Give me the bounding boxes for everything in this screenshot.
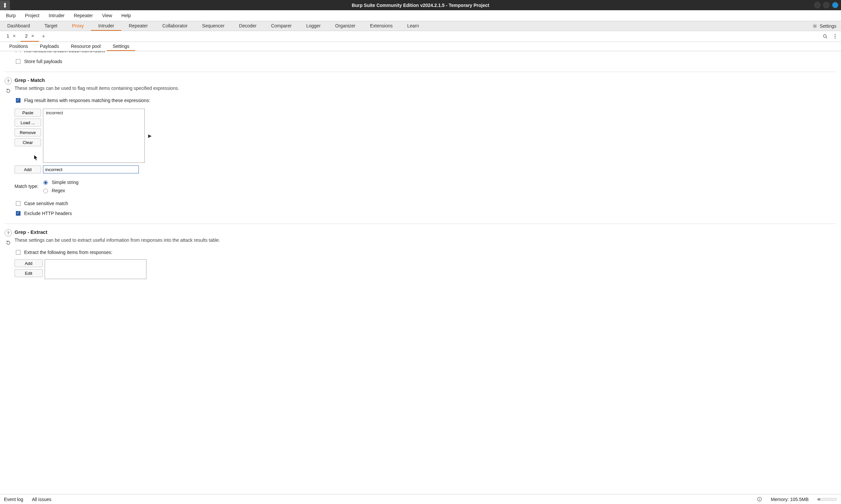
- dos-mode-checkbox[interactable]: [16, 51, 20, 53]
- clear-button[interactable]: Clear: [15, 138, 41, 146]
- maximize-button[interactable]: [823, 2, 829, 8]
- grep-extract-section: ? Grep - Extract These settings can be u…: [5, 229, 836, 279]
- menu-repeater[interactable]: Repeater: [70, 12, 97, 19]
- section-divider: [5, 72, 836, 72]
- grep-extract-title: Grep - Extract: [15, 229, 836, 235]
- grep-extract-desc: These settings can be used to extract us…: [15, 237, 836, 243]
- tab-learn[interactable]: Learn: [400, 21, 427, 31]
- list-item[interactable]: incorrect: [46, 110, 142, 115]
- dos-mode-label: Use denial-of-service mode (no results): [24, 51, 105, 53]
- close-icon[interactable]: ✕: [31, 34, 34, 38]
- store-full-payloads-row: Store full payloads: [15, 57, 836, 66]
- menu-burp[interactable]: Burp: [2, 12, 20, 19]
- main-tabs: Dashboard Target Proxy Intruder Repeater…: [0, 21, 841, 31]
- attack-tab-1-label: 1: [6, 33, 9, 39]
- match-type-regex-label: Regex: [52, 188, 65, 193]
- menubar: Burp Project Intruder Repeater View Help: [0, 10, 841, 21]
- exclude-headers-label: Exclude HTTP headers: [24, 211, 72, 216]
- match-type-regex-radio[interactable]: [43, 188, 48, 193]
- attack-tabs: 1 ✕ 2 ✕ +: [0, 31, 841, 42]
- reset-icon[interactable]: [5, 239, 12, 246]
- add-button[interactable]: Add: [15, 165, 41, 174]
- svg-point-8: [759, 498, 760, 498]
- match-type-simple-radio[interactable]: [43, 180, 48, 185]
- window-title: Burp Suite Community Edition v2024.2.1.5…: [0, 3, 841, 8]
- tab-intruder[interactable]: Intruder: [91, 21, 121, 31]
- match-type-label: Match type:: [15, 184, 38, 189]
- load-button[interactable]: Load ...: [15, 119, 41, 126]
- extract-items-checkbox[interactable]: [16, 250, 20, 255]
- section-divider: [5, 223, 836, 224]
- exclude-headers-checkbox[interactable]: [16, 211, 20, 216]
- svg-point-5: [835, 38, 836, 39]
- memory-label: Memory: 105.5MB: [771, 497, 809, 502]
- attack-tab-2[interactable]: 2 ✕: [20, 31, 39, 42]
- settings-button[interactable]: Settings: [808, 21, 841, 31]
- store-full-payloads-checkbox[interactable]: [16, 59, 20, 64]
- grep-match-desc: These settings can be used to flag resul…: [15, 86, 836, 91]
- case-sensitive-checkbox[interactable]: [16, 201, 20, 206]
- config-tab-payloads[interactable]: Payloads: [34, 42, 65, 51]
- expand-list-icon[interactable]: ▶: [148, 133, 152, 138]
- event-log-link[interactable]: Event log: [4, 497, 23, 502]
- extract-items-list[interactable]: [45, 259, 147, 279]
- tab-proxy[interactable]: Proxy: [65, 21, 91, 31]
- svg-point-3: [835, 34, 836, 35]
- svg-point-0: [814, 25, 816, 26]
- config-tab-positions[interactable]: Positions: [3, 42, 34, 51]
- tab-decoder[interactable]: Decoder: [232, 21, 264, 31]
- info-icon[interactable]: [757, 497, 762, 502]
- reset-icon[interactable]: [5, 87, 12, 94]
- menu-project[interactable]: Project: [21, 12, 44, 19]
- memory-usage-bar: [817, 498, 837, 501]
- settings-content: Use denial-of-service mode (no results) …: [0, 51, 841, 494]
- tab-dashboard[interactable]: Dashboard: [0, 21, 37, 31]
- case-sensitive-label: Case sensitive match: [24, 201, 68, 206]
- match-expressions-list[interactable]: incorrect: [43, 109, 145, 163]
- store-full-payloads-label: Store full payloads: [24, 59, 62, 64]
- config-tabs: Positions Payloads Resource pool Setting…: [0, 42, 841, 51]
- search-icon[interactable]: [823, 34, 828, 39]
- svg-line-2: [826, 37, 827, 38]
- tab-extensions[interactable]: Extensions: [363, 21, 400, 31]
- attack-tab-2-label: 2: [25, 33, 28, 39]
- settings-label: Settings: [820, 23, 836, 29]
- app-icon: [0, 0, 10, 10]
- svg-point-4: [835, 36, 836, 37]
- tab-collaborator[interactable]: Collaborator: [155, 21, 195, 31]
- menu-help[interactable]: Help: [117, 12, 135, 19]
- svg-point-1: [823, 34, 826, 37]
- help-icon[interactable]: ?: [5, 229, 12, 236]
- menu-intruder[interactable]: Intruder: [45, 12, 68, 19]
- tab-target[interactable]: Target: [37, 21, 65, 31]
- close-window-button[interactable]: [832, 2, 838, 8]
- config-tab-resource-pool[interactable]: Resource pool: [65, 42, 106, 51]
- remove-button[interactable]: Remove: [15, 128, 41, 137]
- new-attack-tab-button[interactable]: +: [39, 31, 48, 42]
- paste-button[interactable]: Paste: [15, 109, 41, 116]
- flag-items-row: Flag result items with responses matchin…: [15, 96, 836, 105]
- tab-comparer[interactable]: Comparer: [264, 21, 299, 31]
- config-tab-settings[interactable]: Settings: [107, 42, 136, 51]
- match-expression-input[interactable]: [43, 165, 139, 174]
- tab-sequencer[interactable]: Sequencer: [195, 21, 232, 31]
- truncated-checkbox-row: Use denial-of-service mode (no results): [15, 51, 836, 53]
- minimize-button[interactable]: [814, 2, 821, 8]
- all-issues-link[interactable]: All issues: [32, 497, 51, 502]
- grep-match-title: Grep - Match: [15, 77, 836, 83]
- kebab-menu-icon[interactable]: [833, 34, 838, 39]
- help-icon[interactable]: ?: [5, 77, 12, 85]
- grep-match-section: ? Grep - Match These settings can be use…: [5, 77, 836, 218]
- titlebar: Burp Suite Community Edition v2024.2.1.5…: [0, 0, 841, 10]
- extract-add-button[interactable]: Add: [15, 259, 42, 267]
- tab-repeater[interactable]: Repeater: [121, 21, 155, 31]
- extract-items-label: Extract the following items from respons…: [24, 250, 113, 255]
- tab-logger[interactable]: Logger: [299, 21, 328, 31]
- match-type-simple-label: Simple string: [52, 180, 78, 185]
- attack-tab-1[interactable]: 1 ✕: [2, 31, 20, 42]
- flag-items-checkbox[interactable]: [16, 98, 20, 103]
- menu-view[interactable]: View: [98, 12, 116, 19]
- extract-edit-button[interactable]: Edit: [15, 269, 42, 277]
- tab-organizer[interactable]: Organizer: [328, 21, 363, 31]
- close-icon[interactable]: ✕: [13, 34, 16, 38]
